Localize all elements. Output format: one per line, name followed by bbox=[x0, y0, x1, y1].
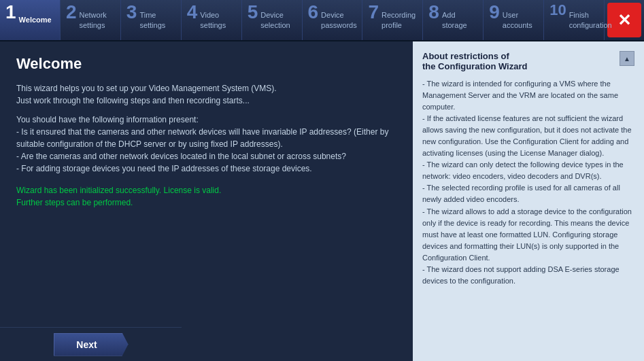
nav-item-video[interactable]: 4 Videosettings bbox=[182, 0, 242, 40]
nav-item-add-storage[interactable]: 8 Addstorage bbox=[423, 0, 484, 40]
nav-number-7: 7 bbox=[368, 0, 379, 22]
nav-item-finish[interactable]: 10 Finishconfiguration bbox=[544, 0, 605, 40]
nav-label-welcome: Welcome bbox=[19, 15, 52, 24]
nav-item-welcome[interactable]: 1 Welcome bbox=[0, 0, 61, 40]
right-panel: About restrictions of the Configuration … bbox=[413, 41, 644, 361]
nav-number-10: 10 bbox=[549, 0, 566, 18]
nav-label-recording: Recordingprofile bbox=[382, 10, 416, 30]
nav-item-device-selection[interactable]: 5 Deviceselection bbox=[242, 0, 303, 40]
top-nav: 1 Welcome 2 Networksettings 3 Timesettin… bbox=[0, 0, 644, 41]
main-content: Welcome This wizard helps you to set up … bbox=[0, 41, 644, 361]
next-button[interactable]: Next bbox=[54, 333, 129, 356]
success-line2: Further steps can be performed. bbox=[16, 198, 133, 207]
nav-number-2: 2 bbox=[66, 0, 77, 22]
nav-number-9: 9 bbox=[489, 0, 500, 22]
success-message: Wizard has been initialized successfully… bbox=[16, 184, 396, 209]
left-panel: Welcome This wizard helps you to set up … bbox=[0, 41, 413, 361]
nav-number-8: 8 bbox=[428, 0, 439, 22]
nav-item-recording[interactable]: 7 Recordingprofile bbox=[362, 0, 423, 40]
scroll-up-button[interactable]: ▲ bbox=[620, 51, 634, 66]
nav-item-user-accounts[interactable]: 9 Useraccounts bbox=[484, 0, 544, 40]
nav-item-network[interactable]: 2 Networksettings bbox=[61, 0, 121, 40]
right-panel-title-line2: the Configuration Wizard bbox=[422, 61, 527, 71]
nav-label-finish: Finishconfiguration bbox=[569, 10, 612, 30]
right-panel-title-line1: About restrictions of bbox=[422, 51, 509, 61]
nav-label-time: Timesettings bbox=[139, 10, 165, 30]
nav-label-user-accounts: Useraccounts bbox=[503, 10, 532, 30]
welcome-title: Welcome bbox=[16, 55, 396, 73]
nav-label-device-selection: Deviceselection bbox=[260, 10, 290, 30]
bottom-bar: Next bbox=[0, 327, 182, 361]
nav-number-1: 1 bbox=[5, 0, 16, 22]
nav-label-video: Videosettings bbox=[200, 10, 226, 30]
nav-label-device-passwords: Devicepasswords bbox=[321, 10, 357, 30]
nav-number-6: 6 bbox=[308, 0, 319, 22]
welcome-paragraph2: You should have the following informatio… bbox=[16, 114, 396, 175]
nav-item-time[interactable]: 3 Timesettings bbox=[121, 0, 182, 40]
nav-number-4: 4 bbox=[187, 0, 198, 22]
left-content-wrapper: Welcome This wizard helps you to set up … bbox=[0, 41, 413, 361]
close-button[interactable]: ✕ bbox=[607, 3, 641, 37]
success-line1: Wizard has been initialized successfully… bbox=[16, 186, 221, 195]
right-panel-header: About restrictions of the Configuration … bbox=[422, 51, 634, 71]
nav-label-network: Networksettings bbox=[79, 10, 106, 30]
nav-label-add-storage: Addstorage bbox=[442, 10, 467, 30]
nav-number-5: 5 bbox=[248, 0, 258, 22]
welcome-paragraph1: This wizard helps you to set up your Vid… bbox=[16, 82, 396, 107]
nav-number-3: 3 bbox=[126, 0, 137, 22]
nav-item-device-passwords[interactable]: 6 Devicepasswords bbox=[303, 0, 363, 40]
right-panel-content: - The wizard is intended for configuring… bbox=[422, 78, 634, 287]
close-icon: ✕ bbox=[617, 11, 631, 30]
